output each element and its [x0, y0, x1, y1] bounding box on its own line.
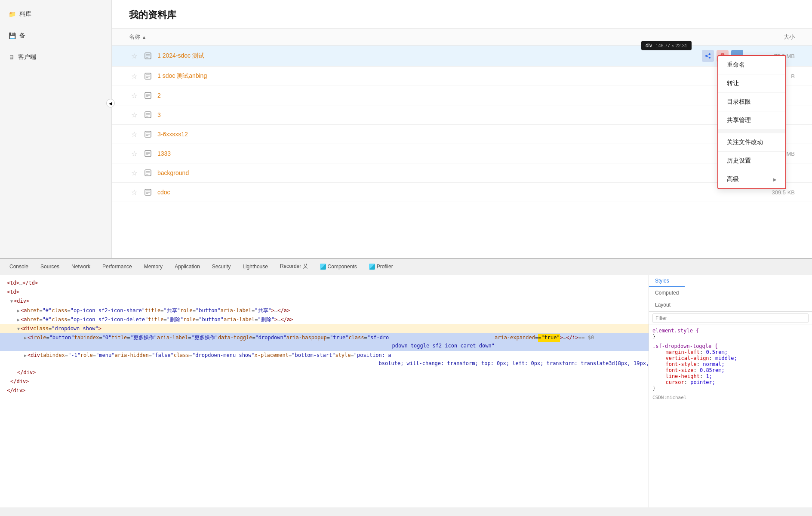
devtools-tab-recorder[interactable]: Recorder 乂 [274, 259, 314, 275]
devtools-tab-performance[interactable]: Performance [96, 259, 138, 275]
file-name[interactable]: 3-6xxsxs12 [157, 131, 743, 138]
file-icon [143, 129, 153, 139]
col-name-header: 名称 ▲ [129, 33, 743, 41]
dropdown-item[interactable]: 重命名 [718, 56, 785, 74]
star-button[interactable]: ☆ [129, 187, 139, 197]
styles-content: element.style {}.sf-dropdown-toggle { ma… [649, 325, 812, 507]
html-line[interactable]: </div> [0, 377, 649, 386]
file-row: ☆3 [112, 105, 812, 125]
dropdown-item[interactable]: 目录权限 [718, 93, 785, 111]
star-button[interactable]: ☆ [129, 51, 139, 61]
devtools-tab-label: Components [328, 264, 357, 270]
file-icon [143, 71, 153, 81]
dropdown-item-label: 转让 [727, 80, 739, 87]
devtools-tab-label: Application [175, 264, 200, 270]
sidebar-item-client[interactable]: 🖥 客户端 [0, 50, 111, 64]
file-name[interactable]: 1 sdoc 测试anbing [157, 72, 743, 80]
devtools-tab-lighthouse[interactable]: Lighthouse [237, 259, 274, 275]
devtools-tab-application[interactable]: Application [169, 259, 206, 275]
svg-line-8 [706, 56, 710, 58]
table-header: 名称 ▲ 大小 [112, 29, 812, 46]
html-line[interactable]: ▶<i role="button" tabindex="0" title="更多… [0, 333, 649, 350]
file-icon [143, 148, 153, 159]
tab-icon-profiler [369, 264, 375, 270]
css-selector: .sf-dropdown-toggle { [652, 343, 809, 349]
col-size-header: 大小 [743, 33, 795, 41]
sidebar-item-backup[interactable]: 💾 备 [0, 28, 111, 43]
dropdown-item[interactable]: 共享管理 [718, 111, 785, 130]
star-button[interactable]: ☆ [129, 71, 139, 81]
styles-tabs: StylesComputedLayout [649, 275, 812, 312]
css-property: line-height: 1; [652, 373, 809, 379]
html-line[interactable]: ▶<div tabindex="-1" role="menu" aria-hid… [0, 351, 649, 368]
html-line[interactable]: <td> … </td> [0, 279, 649, 288]
styles-tab-layout[interactable]: Layout [649, 299, 685, 311]
html-panel: <td> … </td><td>▼<div>▶<a href="#" class… [0, 275, 649, 507]
devtools-body: <td> … </td><td>▼<div>▶<a href="#" class… [0, 275, 812, 507]
sidebar-label-library: 料库 [19, 10, 31, 18]
file-list: ☆1 2024-sdoc 测试75.3 MB☆1 sdoc 测试anbingB☆… [112, 46, 812, 202]
dropdown-item-label: 共享管理 [727, 117, 751, 124]
devtools-tab-security[interactable]: Security [206, 259, 237, 275]
sidebar-label-backup: 备 [19, 32, 25, 40]
devtools-tab-sources[interactable]: Sources [34, 259, 65, 275]
devtools-tab-label: Memory [144, 264, 163, 270]
dropdown-item[interactable]: 高级▶ [718, 170, 785, 188]
css-selector: element.style { [652, 328, 809, 334]
styles-tab-styles[interactable]: Styles [649, 275, 685, 287]
devtools-tab-memory[interactable]: Memory [138, 259, 169, 275]
dropdown-item[interactable]: 转让 [718, 74, 785, 93]
file-name[interactable]: background [157, 169, 743, 176]
client-icon: 🖥 [9, 54, 15, 61]
dropdown-items-container: 重命名转让目录权限共享管理关注文件改动历史设置高级▶ [718, 56, 785, 188]
styles-panel: StylesComputedLayout element.style {}.sf… [649, 275, 812, 507]
dropdown-item-label: 历史设置 [727, 157, 751, 165]
dropdown-item[interactable]: 关注文件改动 [718, 133, 785, 152]
sidebar-label-client: 客户端 [18, 53, 36, 61]
devtools-tab-network[interactable]: Network [65, 259, 96, 275]
css-property: font-style: normal; [652, 361, 809, 367]
star-button[interactable]: ☆ [129, 90, 139, 101]
html-line[interactable]: ▶<a href="#" class="op-icon sf2-icon-del… [0, 315, 649, 324]
html-line[interactable]: ▼<div class="dropdown show"> [0, 324, 649, 333]
star-button[interactable]: ☆ [129, 110, 139, 120]
dropdown-item-label: 重命名 [727, 61, 745, 69]
app-container: 📁 料库 💾 备 🖥 客户端 ◀ 我的资料库 名称 ▲ 大小 ☆1 2024-s… [0, 0, 812, 258]
star-button[interactable]: ☆ [129, 129, 139, 139]
css-rules-container: element.style {}.sf-dropdown-toggle { ma… [652, 328, 809, 391]
file-row: ☆cdoc309.5 KB [112, 183, 812, 202]
css-rule: .sf-dropdown-toggle { margin-left: 0.5re… [652, 343, 809, 391]
html-line[interactable]: ▼<div> [0, 297, 649, 306]
file-name[interactable]: 1 2024-sdoc 测试 [157, 52, 702, 60]
submenu-arrow-icon: ▶ [773, 177, 777, 182]
css-property: vertical-align: middle; [652, 355, 809, 361]
file-name[interactable]: 1333 [157, 150, 743, 157]
devtools-panel: ConsoleSourcesNetworkPerformanceMemoryAp… [0, 258, 812, 507]
file-name[interactable]: 2 [157, 92, 743, 99]
devtools-tab-list: ConsoleSourcesNetworkPerformanceMemoryAp… [3, 259, 399, 275]
file-name[interactable]: 3 [157, 111, 743, 118]
devtools-tabbar: ConsoleSourcesNetworkPerformanceMemoryAp… [0, 259, 812, 275]
styles-filter-input[interactable] [652, 313, 809, 323]
star-button[interactable]: ☆ [129, 148, 139, 159]
styles-tab-computed[interactable]: Computed [649, 287, 685, 299]
sidebar-collapse-button[interactable]: ◀ [106, 99, 115, 108]
html-line[interactable]: <td> [0, 288, 649, 297]
html-line[interactable]: ▶<a href="#" class="op-icon sf2-icon-sha… [0, 306, 649, 315]
html-line[interactable]: </div> [0, 386, 649, 395]
css-close-brace: } [652, 334, 809, 340]
file-icon [143, 187, 153, 197]
file-name[interactable]: cdoc [157, 189, 743, 196]
sidebar-item-library[interactable]: 📁 料库 [0, 7, 111, 22]
star-button[interactable]: ☆ [129, 168, 139, 178]
devtools-tab-console[interactable]: Console [3, 259, 34, 275]
dropdown-item[interactable]: 历史设置 [718, 152, 785, 170]
devtools-tab-components[interactable]: Components [314, 259, 363, 275]
devtools-tab-label: Sources [40, 264, 59, 270]
css-close-brace: } [652, 385, 809, 391]
devtools-tab-label: Profiler [377, 264, 393, 270]
share-button[interactable] [702, 50, 714, 62]
devtools-tab-label: Performance [102, 264, 132, 270]
html-line[interactable]: </div> [0, 368, 649, 377]
devtools-tab-profiler[interactable]: Profiler [363, 259, 399, 275]
